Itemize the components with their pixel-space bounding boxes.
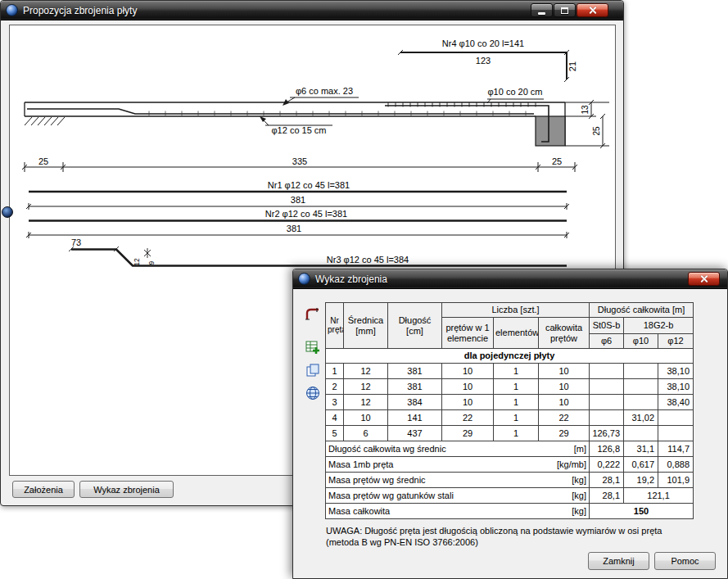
table-export-button[interactable] [301, 337, 324, 358]
cell [624, 395, 658, 410]
cell: 3 [326, 395, 344, 410]
pomoc-button[interactable]: Pomoc [654, 552, 716, 570]
note-line-2: (metoda B wg PN-EN ISO 3766:2006) [326, 536, 721, 548]
cell: 10 [539, 364, 590, 379]
cell: 381 [388, 379, 442, 395]
cell [624, 426, 658, 441]
wykaz-zbrojenia-button[interactable]: Wykaz zbrojenia [79, 481, 174, 498]
cell: 38,10 [658, 364, 694, 379]
cell: 22 [442, 410, 494, 426]
cell: 1 [494, 426, 539, 441]
dialog-window-title: Wykaz zbrojenia [315, 274, 387, 285]
dim-support: 25 [592, 126, 601, 136]
summary-row: Masa prętów wg gatunków stali[kg] 28,1 1… [326, 488, 694, 504]
globe-icon [305, 385, 321, 401]
cell: 1 [494, 364, 539, 379]
col-header-liczba-group: Liczba [szt.] [442, 303, 590, 318]
cell: 38,10 [658, 379, 694, 395]
cell [590, 379, 624, 395]
cell: 126,73 [590, 426, 624, 441]
summary-unit: [kg/mb] [557, 459, 586, 470]
wall-section [536, 116, 565, 146]
zamknij-button[interactable]: Zamknij [588, 552, 649, 570]
summary-unit: [kg] [572, 491, 586, 501]
zalozenia-button[interactable]: Założenia [12, 481, 75, 498]
summary-row: Masa całkowita[kg] 150 [326, 504, 694, 519]
cell: 10 [442, 364, 494, 379]
summary-label: Masa prętów wg gatunków stali[kg] [326, 488, 590, 504]
nr4-length-dim: 123 [476, 56, 491, 66]
total-mass-value: 150 [590, 504, 694, 519]
dialog-titlebar[interactable]: Wykaz zbrojenia [293, 269, 727, 289]
note: UWAGA: Długość pręta jest długością obli… [326, 525, 721, 549]
cell [590, 410, 624, 426]
cell [590, 395, 624, 410]
cell: 121,1 [624, 488, 694, 504]
col-header-srednica: Średnica [mm] [344, 303, 388, 349]
phi6-annotation: φ6 co max. 23 [296, 86, 353, 96]
cell: 22 [539, 410, 590, 426]
cell: 28,1 [590, 488, 624, 504]
cell: 10 [442, 379, 494, 395]
cell: 1 [494, 395, 539, 410]
dim-mid: 335 [292, 156, 307, 166]
app-icon [6, 4, 18, 16]
cell: 12 [344, 364, 388, 379]
bar-sketch-icon [305, 306, 321, 323]
summary-text: Masa prętów wg średnic [328, 475, 426, 486]
summary-text: Masa 1mb pręta [328, 459, 393, 470]
col-header-grade-18g2: 18G2-b [624, 318, 694, 334]
cell: 384 [388, 395, 442, 410]
cell: 10 [539, 395, 590, 410]
table-row: 4 10 141 22 1 22 31,02 [326, 410, 694, 426]
summary-row: Długość całkowita wg średnic[m] 126,8 31… [326, 441, 694, 457]
nr3-hook-dim: 73 [71, 237, 81, 247]
cell: 141 [388, 410, 442, 426]
minimize-icon [538, 12, 545, 15]
cell: 437 [388, 426, 442, 441]
copy-button[interactable] [301, 360, 324, 381]
col-header-elementow: elementów [494, 318, 539, 349]
cell: 19,2 [624, 473, 658, 488]
cell: 31,1 [624, 441, 658, 457]
dialog-close-button[interactable] [688, 272, 720, 286]
summary-unit: [kg] [572, 506, 586, 517]
globe-button[interactable] [301, 382, 324, 404]
nr2-length-dim: 381 [287, 224, 301, 233]
close-button[interactable] [577, 3, 608, 17]
dialog-window-controls [688, 272, 720, 286]
cell: 29 [442, 426, 494, 441]
summary-row: Masa prętów wg średnic[kg] 28,1 19,2 101… [326, 473, 694, 488]
cell [658, 426, 694, 441]
col-header-dlugosc-calkowita-group: Długość całkowita [m] [590, 303, 694, 318]
cell: 381 [388, 364, 442, 379]
maximize-icon [561, 7, 568, 14]
col-header-nr: Nr pręta [326, 303, 344, 349]
nr1-length-dim: 381 [291, 195, 305, 205]
col-header-phi6: φ6 [590, 334, 624, 349]
nr1-bar-label: Nr1 φ12 co 45 l=381 [268, 180, 350, 190]
cell: 1 [494, 410, 539, 426]
phi10-annotation: φ10 co 20 cm [487, 87, 542, 97]
cell: 2 [326, 379, 344, 395]
summary-text: Masa całkowita [328, 506, 390, 517]
main-titlebar[interactable]: Propozycja zbrojenia płyty [1, 1, 623, 20]
nr3-bar-label: Nr3 φ12 co 45 l=384 [327, 255, 409, 265]
close-icon [588, 6, 597, 15]
cell: 0,222 [590, 457, 624, 473]
cell: 4 [326, 410, 344, 426]
bottom-bar-line [27, 109, 534, 114]
note-line-1: UWAGA: Długość pręta jest długością obli… [326, 525, 721, 536]
cell: 31,02 [624, 410, 658, 426]
bar-sketch-button[interactable] [301, 304, 324, 325]
cell [624, 364, 658, 379]
maximize-button[interactable] [554, 3, 576, 17]
minimize-button[interactable] [531, 3, 553, 17]
app-icon [298, 273, 310, 285]
cell: 101,9 [658, 473, 694, 488]
summary-unit: [kg] [572, 475, 586, 486]
close-icon [699, 274, 708, 283]
col-header-grade-st0s: St0S-b [590, 318, 624, 334]
cell [624, 379, 658, 395]
cell: 1 [326, 364, 344, 379]
